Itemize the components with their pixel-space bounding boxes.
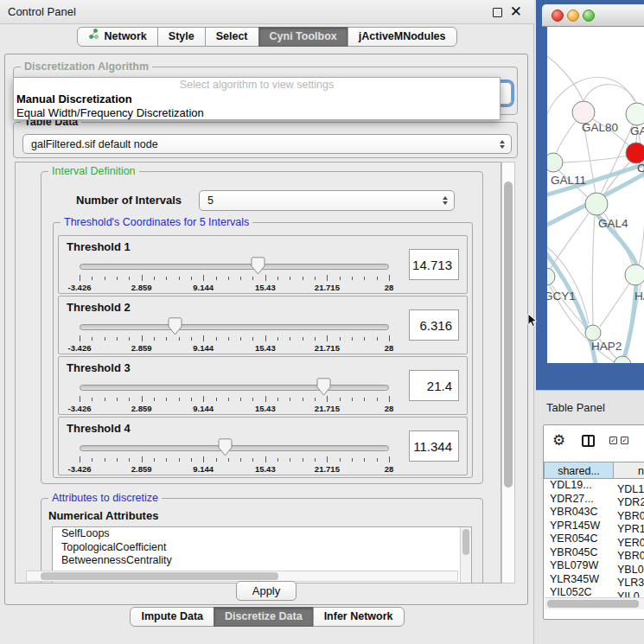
column-header-shared[interactable]: shared...: [544, 462, 614, 479]
threshold-slider[interactable]: -3.4262.8599.14415.4321.71528: [80, 438, 389, 475]
slider-track[interactable]: [80, 324, 389, 330]
close-traffic-light-icon[interactable]: [552, 10, 564, 22]
combobox-value: galFiltered.sif default node: [31, 138, 158, 150]
close-icon[interactable]: ✕: [510, 3, 522, 22]
threshold-label: Threshold 4: [67, 422, 131, 435]
tab-impute-data[interactable]: Impute Data: [130, 607, 214, 627]
group-title: Attributes to discretize: [48, 492, 162, 504]
threshold-slider[interactable]: -3.4262.8599.14415.4321.71528: [80, 257, 389, 293]
table-row[interactable]: YER054CYER0: [544, 532, 644, 546]
tab-discretize-data[interactable]: Discretize Data: [214, 607, 314, 627]
node-mid-right[interactable]: [625, 265, 644, 285]
node-bottom[interactable]: [614, 356, 631, 363]
dropdown-option-manual[interactable]: Manual Discretization: [14, 92, 500, 106]
slider-track[interactable]: [80, 385, 389, 391]
table-row[interactable]: YBL079WYBL0: [544, 559, 644, 573]
node-hap2[interactable]: [585, 325, 601, 341]
table-rows: YDL19...YDL1YDR27...YDR2YBR043CYBR0YPR14…: [544, 479, 644, 597]
tab-style[interactable]: Style: [157, 27, 206, 47]
float-window-icon[interactable]: [493, 8, 502, 17]
table-data-combobox[interactable]: galFiltered.sif default node: [22, 134, 512, 154]
tab-label: jActiveMNodules: [359, 28, 446, 46]
dropdown-hint: Select algorithm to view settings: [14, 78, 500, 92]
table-row[interactable]: YBR045CYBR0: [544, 546, 644, 560]
threshold-slider[interactable]: -3.4262.8599.14415.4321.71528: [80, 378, 389, 414]
interval-definition-group: Interval Definition Number of Intervals …: [41, 171, 483, 484]
group-title: Interval Definition: [48, 165, 139, 177]
tab-label: Infer Network: [324, 608, 393, 626]
control-panel-titlebar: Control Panel ✕: [0, 0, 534, 24]
gear-icon[interactable]: ⚙: [552, 431, 565, 449]
tab-network[interactable]: Network: [77, 27, 157, 47]
group-title: Discretization Algorithm: [21, 61, 152, 73]
node-label-ga: GA: [630, 124, 644, 137]
tab-label: Discretize Data: [225, 608, 303, 626]
cell-shared-name: YBR043C: [544, 506, 615, 520]
node-label-c: C: [637, 162, 644, 175]
slider-ticks: [80, 456, 389, 463]
table-row[interactable]: YIL052CYIL0: [544, 586, 644, 597]
scrollbar-thumb[interactable]: [547, 600, 639, 608]
slider-handle[interactable]: [168, 317, 182, 335]
table-row[interactable]: YPR145WYPR1: [544, 520, 644, 533]
table-row[interactable]: YBR043CYBR0: [544, 506, 644, 520]
threshold-value-field[interactable]: 21.4: [409, 370, 459, 401]
number-of-intervals-combobox[interactable]: 5: [199, 190, 455, 211]
table-header-row: shared... n: [544, 462, 644, 479]
node-label-gcy1: GCY1: [547, 290, 576, 303]
slider-handle[interactable]: [316, 378, 331, 396]
node-top-right[interactable]: [626, 103, 644, 125]
minimize-traffic-light-icon[interactable]: [567, 10, 579, 22]
checkbox-icon[interactable]: ✓: [621, 437, 628, 444]
slider-handle[interactable]: [251, 257, 265, 275]
slider-track[interactable]: [80, 264, 389, 270]
dropdown-option-equal-width[interactable]: Equal Width/Frequency Discretization: [14, 106, 500, 120]
table-horizontal-scrollbar[interactable]: [545, 597, 644, 609]
zoom-traffic-light-icon[interactable]: [583, 10, 595, 22]
tab-label: Select: [216, 28, 248, 46]
vertical-scrollbar[interactable]: [501, 162, 515, 583]
tab-infer-network[interactable]: Infer Network: [313, 607, 405, 627]
threshold-value-field[interactable]: 14.713: [409, 249, 459, 280]
slider-track[interactable]: [80, 445, 389, 451]
scrollbar-thumb[interactable]: [41, 572, 278, 580]
table-row[interactable]: YDR27...YDR2: [544, 493, 644, 507]
tab-cyni-toolbox[interactable]: Cyni Toolbox: [258, 27, 348, 47]
cell-name: YIL0: [615, 590, 640, 598]
threshold-value-field[interactable]: 6.316: [409, 309, 459, 341]
threshold-panel: Threshold 1 -3.4262.8599.14415.4321.7152…: [58, 235, 468, 294]
attribute-list-item[interactable]: SelfLoops: [53, 527, 471, 541]
tab-label: Style: [169, 28, 194, 46]
tab-select[interactable]: Select: [205, 27, 259, 47]
column-header-name[interactable]: n: [614, 462, 644, 479]
node-gcy1[interactable]: [547, 268, 555, 285]
node-gal4[interactable]: [585, 193, 608, 215]
slider-tick-labels: -3.4262.8599.14415.4321.71528: [80, 404, 389, 414]
checkbox-icon[interactable]: ✓: [609, 437, 617, 444]
apply-button[interactable]: Apply: [236, 581, 296, 601]
scrollbar-thumb[interactable]: [504, 182, 513, 488]
node-red[interactable]: [626, 143, 644, 163]
tab-jactivemnodules[interactable]: jActiveMNodules: [348, 27, 457, 47]
top-tab-bar: NetworkStyleSelectCyni ToolboxjActiveMNo…: [0, 27, 534, 47]
network-canvas[interactable]: GAL80GACGAL11GAL4GCY1HAHAP2: [547, 27, 644, 363]
combobox-stepper-icon: [443, 196, 448, 205]
threshold-value-field[interactable]: 11.344: [409, 430, 459, 462]
table-row[interactable]: YLR345WYLR3: [544, 573, 644, 587]
network-icon: [88, 28, 99, 46]
network-window-titlebar[interactable]: [542, 4, 644, 27]
attribute-list-item[interactable]: TopologicalCoefficient: [53, 541, 471, 555]
node-gal11[interactable]: [547, 153, 563, 172]
attribute-list-item[interactable]: BetweennessCentrality: [53, 554, 471, 568]
tab-label: Cyni Toolbox: [270, 28, 337, 46]
list-vertical-scrollbar[interactable]: [460, 527, 471, 583]
scrollbar-thumb[interactable]: [462, 529, 469, 555]
threshold-slider[interactable]: -3.4262.8599.14415.4321.71528: [80, 317, 389, 354]
threshold-label: Threshold 3: [67, 361, 131, 374]
node-label-hap2: HAP2: [591, 340, 622, 353]
table-toolbar: ⚙ ✓ ✓: [544, 425, 644, 460]
threshold-panel: Threshold 4 -3.4262.8599.14415.4321.7152…: [58, 417, 468, 475]
slider-handle[interactable]: [218, 438, 233, 456]
split-columns-icon[interactable]: [582, 435, 595, 447]
table-row[interactable]: YDL19...YDL1: [544, 479, 644, 493]
